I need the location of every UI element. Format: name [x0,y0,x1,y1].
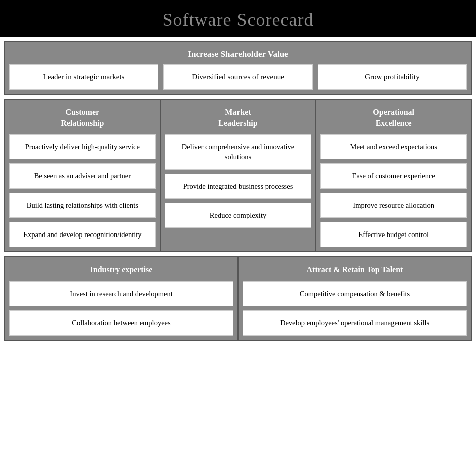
shareholder-card-0: Leader in strategic markets [9,64,158,90]
col-operational-cards: Meet and exceed expectations Ease of cus… [320,134,467,247]
col-industry-expertise: Industry expertise Invest in research an… [5,257,239,339]
title-area: Software Scorecard [0,0,476,37]
customer-card-0: Proactively deliver high-quality service [9,134,156,159]
shareholder-card-2: Grow profitability [318,64,467,90]
col-market-header: MarketLeadership [165,104,312,134]
middle-section: CustomerRelationship Proactively deliver… [4,99,472,252]
col-attract-talent: Attract & Retain Top Talent Competitive … [239,257,471,339]
col-market-leadership: MarketLeadership Deliver comprehensive a… [161,100,317,251]
industry-cards: Invest in research and development Colla… [9,281,233,336]
operational-card-1: Ease of customer experience [320,163,467,188]
page-wrapper: Software Scorecard Increase Shareholder … [0,0,476,470]
talent-card-1: Develop employees' operational managemen… [243,310,467,335]
talent-cards: Competitive compensation & benefits Deve… [243,281,467,336]
col-industry-header: Industry expertise [9,261,233,281]
col-customer-relationship: CustomerRelationship Proactively deliver… [5,100,161,251]
market-card-2: Reduce complexity [165,203,312,228]
shareholder-card-1: Diversified sources of revenue [163,64,313,90]
col-customer-header: CustomerRelationship [9,104,156,134]
bottom-section: Industry expertise Invest in research an… [4,256,472,340]
col-customer-cards: Proactively deliver high-quality service… [9,134,156,247]
col-operational-excellence: OperationalExcellence Meet and exceed ex… [316,100,471,251]
market-card-1: Provide integrated business processes [165,174,312,199]
operational-card-3: Effective budget control [320,222,467,247]
col-operational-header: OperationalExcellence [320,104,467,134]
customer-card-1: Be seen as an adviser and partner [9,163,156,188]
operational-card-0: Meet and exceed expectations [320,134,467,159]
page-title: Software Scorecard [5,9,471,30]
customer-card-2: Build lasting relationships with clients [9,193,156,218]
col-market-cards: Deliver comprehensive and innovative sol… [165,134,312,228]
market-card-0: Deliver comprehensive and innovative sol… [165,134,312,170]
shareholder-cards-row: Leader in strategic markets Diversified … [9,64,467,90]
industry-card-1: Collaboration between employees [9,310,233,335]
customer-card-3: Expand and develop recognition/identity [9,222,156,247]
col-talent-header: Attract & Retain Top Talent [243,261,467,281]
shareholder-header: Increase Shareholder Value [9,46,467,64]
operational-card-2: Improve resource allocation [320,193,467,218]
talent-card-0: Competitive compensation & benefits [243,281,467,306]
shareholder-section: Increase Shareholder Value Leader in str… [4,41,472,95]
industry-card-0: Invest in research and development [9,281,233,306]
